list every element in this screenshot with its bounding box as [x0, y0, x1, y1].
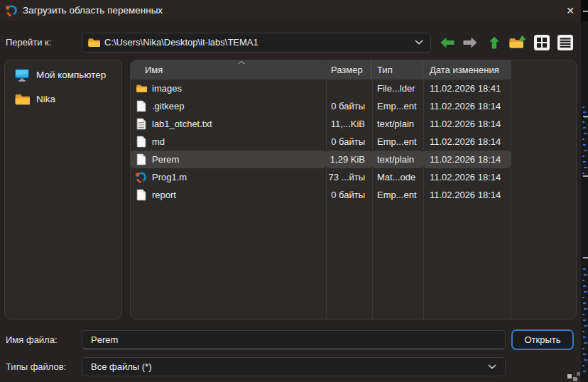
table-row[interactable]: report0 байтыEmp...ent11.02.2026 18:14	[131, 186, 577, 204]
minimap-mark	[583, 268, 586, 270]
file-name: md	[152, 133, 165, 151]
file-icon	[136, 136, 147, 148]
file-type: Emp...ent	[372, 133, 423, 151]
file-type: text/plain	[372, 151, 423, 168]
places-sidebar: Мой компьютер Nika	[4, 60, 122, 320]
minimap-mark	[582, 138, 584, 140]
table-row[interactable]: Prog1.m73 ...йтыMat...ode11.02.2026 18:1…	[131, 168, 577, 186]
minimap-mark	[584, 325, 587, 327]
minimap-tick	[583, 116, 588, 117]
background-artifact	[573, 377, 577, 381]
table-row[interactable]: .gitkeep0 байтыEmp...ent11.02.2026 18:14	[131, 97, 577, 115]
file-type: Mat...ode	[372, 168, 423, 186]
minimap-mark	[584, 150, 587, 151]
file-date: 11.02.2026 18:14	[423, 133, 511, 151]
column-header-size[interactable]: Размер	[326, 60, 372, 80]
chevron-down-icon	[415, 40, 423, 45]
up-arrow-icon	[488, 36, 501, 50]
file-date: 11.02.2026 18:14	[423, 186, 511, 204]
minimap-mark	[582, 365, 584, 366]
detail-view-button[interactable]	[555, 33, 575, 53]
minimap-mark	[582, 280, 584, 281]
close-icon[interactable]: ✕	[560, 0, 581, 21]
chevron-down-icon	[488, 364, 496, 370]
file-name: Prog1.m	[152, 168, 187, 186]
new-folder-button[interactable]	[507, 33, 527, 53]
minimap-mark	[584, 359, 587, 361]
sidebar-item-computer[interactable]: Мой компьютер	[8, 65, 119, 86]
filetype-label: Типы файлов:	[6, 357, 66, 376]
minimap-mark	[582, 155, 584, 157]
title-bar: Загрузить область переменных ✕	[0, 0, 581, 21]
column-header-date[interactable]: Дата изменения	[423, 60, 511, 80]
filetype-value: Все файлы (*)	[91, 358, 151, 376]
folder-icon	[136, 82, 147, 94]
load-variables-dialog: Загрузить область переменных ✕ Перейти к…	[0, 0, 581, 382]
grid-view-icon	[533, 34, 550, 51]
open-button[interactable]: Открыть	[511, 329, 574, 350]
minimap-mark	[582, 314, 584, 315]
minimap-mark	[583, 337, 586, 338]
path-combobox[interactable]: C:\Users\Nika\Desktop\it-labs\TEMA1	[82, 33, 431, 53]
minimap-mark	[582, 331, 584, 332]
background-artifact	[567, 374, 572, 378]
up-button[interactable]	[484, 33, 504, 53]
minimap-mark	[583, 161, 586, 163]
background-window-strip	[581, 0, 588, 382]
minimap-mark	[583, 111, 586, 113]
new-folder-icon	[508, 36, 526, 50]
file-rows: imagesFile...lder11.02.2026 18:41.gitkee…	[131, 80, 577, 204]
minimap-mark	[584, 291, 587, 293]
minimap-mark	[584, 342, 587, 344]
minimap-mark	[582, 173, 584, 174]
minimap-mark	[582, 121, 584, 123]
minimap-mark	[583, 127, 586, 129]
filename-input[interactable]	[82, 330, 506, 349]
scilab-icon	[136, 171, 147, 183]
computer-icon	[14, 68, 30, 82]
sort-ascending-icon	[237, 60, 246, 65]
folder-icon	[87, 37, 100, 48]
file-date: 11.02.2026 18:14	[423, 115, 511, 133]
file-list-panel: Имя Размер Тип Дата изменения imagesFile…	[130, 60, 577, 320]
folder-icon	[14, 92, 30, 107]
minimap-mark	[583, 371, 586, 372]
sidebar-item-nika[interactable]: Nika	[8, 89, 119, 110]
table-row[interactable]: Perem1,29 KiBtext/plain11.02.2026 18:14	[131, 151, 577, 168]
goto-label: Перейти к:	[6, 33, 51, 53]
forward-button[interactable]	[460, 33, 480, 53]
minimap-mark	[583, 285, 586, 287]
file-size	[326, 80, 372, 97]
file-type: Emp...ent	[372, 186, 423, 204]
minimap-mark	[582, 348, 584, 349]
table-row[interactable]: md0 байтыEmp...ent11.02.2026 18:14	[131, 133, 577, 151]
icon-view-button[interactable]	[532, 33, 552, 53]
back-arrow-icon	[439, 36, 456, 50]
file-name: lab1_otchet.txt	[152, 115, 212, 133]
table-row[interactable]: lab1_otchet.txt11,...KiBtext/plain11.02.…	[131, 115, 577, 133]
file-size: 0 байты	[326, 133, 372, 151]
file-name: .gitkeep	[152, 97, 185, 115]
file-icon	[136, 100, 147, 112]
column-header-type[interactable]: Тип	[372, 60, 423, 80]
minimap-mark	[584, 308, 587, 310]
minimap-mark	[583, 302, 586, 304]
table-row[interactable]: imagesFile...lder11.02.2026 18:41	[131, 80, 577, 97]
minimap-tick	[583, 175, 588, 177]
forward-arrow-icon	[462, 36, 479, 50]
file-date: 11.02.2026 18:14	[423, 151, 511, 168]
screen: Загрузить область переменных ✕ Перейти к…	[0, 0, 588, 382]
file-type: Emp...ent	[372, 97, 423, 115]
minimap-mark	[583, 354, 586, 355]
minimap-tick	[583, 11, 588, 12]
textfile-icon	[136, 118, 147, 130]
file-type: File...lder	[372, 80, 423, 97]
minimap-tick	[583, 257, 588, 258]
file-size: 0 байты	[326, 97, 372, 115]
column-header-name[interactable]: Имя	[131, 60, 326, 80]
current-path: C:\Users\Nika\Desktop\it-labs\TEMA1	[104, 33, 258, 52]
minimap-mark	[584, 167, 587, 168]
back-button[interactable]	[437, 33, 457, 53]
minimap-mark	[583, 320, 586, 321]
filetype-select[interactable]: Все файлы (*)	[82, 357, 506, 376]
